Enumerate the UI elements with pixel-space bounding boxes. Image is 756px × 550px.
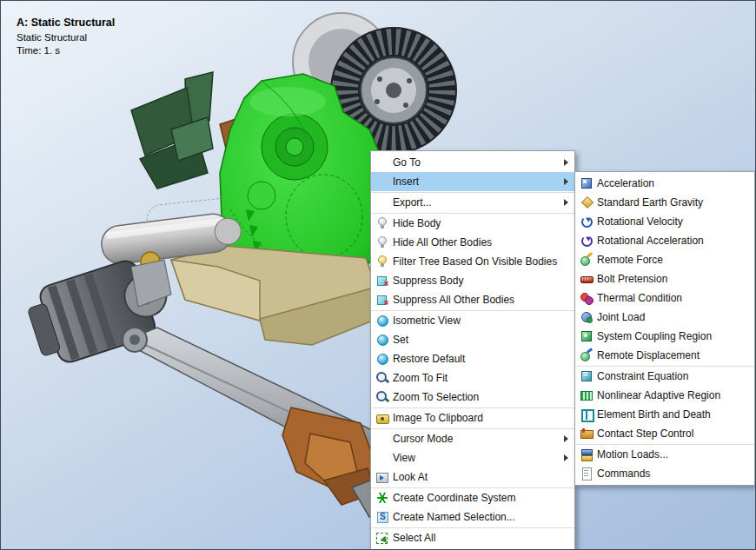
magnifier-icon [375,371,389,385]
icon-spacer [375,156,389,169]
submenu-item-motion-loads[interactable]: Motion Loads... [575,445,754,464]
menu-item-restore-default[interactable]: Restore Default [371,349,574,368]
submenu-item-joint-load[interactable]: Joint Load [575,308,754,327]
menu-item-export[interactable]: Export... [371,193,574,212]
submenu-item-system-coupling-region[interactable]: System Coupling Region [575,327,754,346]
look-at-icon [375,470,389,484]
bolt-pretension-icon [580,272,594,286]
submenu-item-remote-force[interactable]: Remote Force [575,250,754,269]
suppress-body-icon [375,293,389,307]
iso-sphere-icon [375,314,389,328]
submenu-item-rotational-velocity[interactable]: Rotational Velocity [575,212,754,231]
menu-item-zoom-to-fit[interactable]: Zoom To Fit [371,368,574,388]
lightbulb-icon [375,235,389,249]
submenu-arrow-icon [564,454,568,461]
earth-gravity-icon [580,195,594,209]
submenu-item-contact-step-control[interactable]: Contact Step Control [575,424,754,443]
rotational-velocity-icon [580,215,594,229]
graphics-viewport[interactable]: A: Static Structural Static Structural T… [0,0,756,550]
submenu-item-thermal-condition[interactable]: Thermal Condition [575,288,754,308]
submenu-item-commands[interactable]: Commands [575,464,754,483]
magnifier-icon [375,390,389,404]
commands-icon [580,467,594,480]
system-coupling-icon [580,329,594,343]
select-all-icon [375,531,389,545]
submenu-item-nonlinear-adaptive-region[interactable]: Nonlinear Adaptive Region [575,386,754,405]
menu-item-create-named-selection[interactable]: Create Named Selection... [371,507,574,527]
submenu-item-constraint-equation[interactable]: Constraint Equation [575,367,754,386]
coordinate-system-icon [375,491,389,505]
icon-spacer [375,195,389,209]
remote-force-icon [580,253,594,267]
suppress-body-icon [375,274,389,288]
analysis-subtitle: Static Structural [17,32,115,43]
lightbulb-yellow-icon [375,255,389,268]
viewport-annotation: A: Static Structural Static Structural T… [17,17,115,56]
acceleration-icon [580,176,594,190]
joint-load-icon [580,310,594,324]
lightbulb-icon [375,216,389,230]
iso-sphere-icon [375,333,389,347]
model-part-dark-green-blades [131,72,213,189]
menu-item-view[interactable]: View [371,448,574,467]
menu-item-create-coordinate-system[interactable]: Create Coordinate System [371,488,574,507]
submenu-item-remote-displacement[interactable]: Remote Displacement [575,346,754,365]
named-selection-icon [375,510,389,524]
insert-submenu: Acceleration Standard Earth Gravity Rota… [574,171,755,486]
menu-item-select-all[interactable]: Select All [371,528,574,547]
analysis-time: Time: 1. s [17,45,115,56]
analysis-title: A: Static Structural [17,17,115,29]
context-menu: Go To Insert Export... Hide Body Hide Al… [370,150,575,550]
icon-spacer [375,432,389,446]
menu-item-insert[interactable]: Insert [371,172,574,191]
menu-item-image-to-clipboard[interactable]: Image To Clipboard [371,408,574,427]
menu-item-zoom-to-selection[interactable]: Zoom To Selection [371,388,574,407]
menu-item-set[interactable]: Set [371,330,574,349]
menu-item-look-at[interactable]: Look At [371,467,574,487]
menu-item-hide-all-other-bodies[interactable]: Hide All Other Bodies [371,233,574,252]
submenu-item-bolt-pretension[interactable]: Bolt Pretension [575,269,754,288]
iso-sphere-icon [375,352,389,366]
icon-spacer [375,175,389,189]
menu-item-go-to[interactable]: Go To [371,153,574,172]
menu-item-suppress-body[interactable]: Suppress Body [371,271,574,290]
submenu-arrow-icon [564,435,568,442]
menu-item-filter-tree[interactable]: Filter Tree Based On Visible Bodies [371,252,574,271]
model-part-tan-housing [171,246,381,345]
nonlinear-adaptive-icon [580,388,594,402]
rotational-acceleration-icon [580,234,594,248]
element-birth-death-icon [580,408,594,421]
contact-step-icon [580,427,594,441]
menu-item-hide-body[interactable]: Hide Body [371,214,574,233]
constraint-equation-icon [580,369,594,383]
submenu-arrow-icon [564,178,568,185]
submenu-item-element-birth-and-death[interactable]: Element Birth and Death [575,405,754,424]
menu-item-cursor-mode[interactable]: Cursor Mode [371,429,574,448]
remote-displacement-icon [580,348,594,362]
submenu-item-rotational-acceleration[interactable]: Rotational Acceleration [575,231,754,250]
motion-loads-icon [580,447,594,461]
menu-item-suppress-all-other-bodies[interactable]: Suppress All Other Bodies [371,290,574,309]
camera-icon [375,411,389,425]
submenu-arrow-icon [564,159,568,166]
submenu-item-standard-earth-gravity[interactable]: Standard Earth Gravity [575,193,754,212]
menu-item-isometric-view[interactable]: Isometric View [371,311,574,330]
submenu-item-acceleration[interactable]: Acceleration [575,174,754,193]
submenu-arrow-icon [564,199,568,206]
thermal-condition-icon [580,291,594,305]
icon-spacer [375,451,389,465]
